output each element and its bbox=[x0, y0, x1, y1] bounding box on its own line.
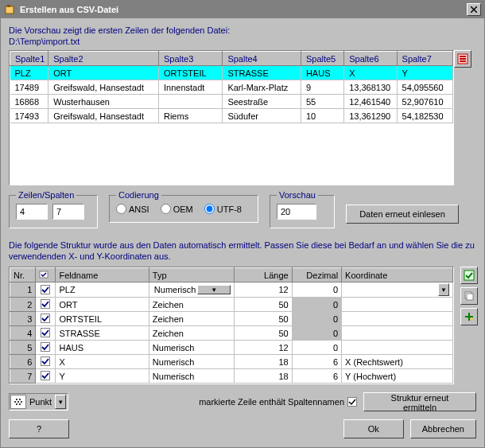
preview-col-header[interactable]: Spalte2 bbox=[48, 52, 159, 66]
struct-field-cell[interactable]: ORT bbox=[56, 298, 149, 312]
struct-len-cell[interactable]: 12 bbox=[235, 282, 292, 298]
struct-col-type[interactable]: Typ bbox=[149, 268, 234, 282]
reload-button[interactable]: Daten erneut einlesen bbox=[346, 205, 459, 224]
preview-cell[interactable]: 17493 bbox=[10, 109, 48, 123]
copy-row-button[interactable] bbox=[460, 287, 478, 305]
struct-col-len[interactable]: Länge bbox=[235, 268, 292, 282]
struct-len-cell[interactable]: 50 bbox=[235, 312, 292, 326]
struct-type-cell[interactable]: Numerisch▼ bbox=[149, 282, 234, 298]
struct-row-nr[interactable]: 7 bbox=[10, 369, 36, 384]
struct-type-cell[interactable]: Zeichen bbox=[149, 312, 234, 326]
preview-count-input[interactable] bbox=[277, 204, 316, 220]
struct-coord-cell[interactable] bbox=[342, 341, 453, 355]
preview-cell[interactable] bbox=[158, 95, 222, 109]
struct-type-cell[interactable]: Zeichen bbox=[149, 326, 234, 341]
preview-cell[interactable]: 12,461540 bbox=[344, 95, 397, 109]
preview-header-cell[interactable]: ORT bbox=[48, 66, 159, 80]
struct-dec-cell[interactable]: 0 bbox=[292, 326, 341, 341]
preview-config-button[interactable] bbox=[454, 50, 471, 68]
struct-field-cell[interactable]: X bbox=[56, 355, 149, 369]
preview-col-header[interactable]: Spalte4 bbox=[223, 52, 301, 66]
struct-use-cell[interactable] bbox=[36, 312, 56, 326]
preview-cell[interactable]: Riems bbox=[158, 109, 222, 123]
struct-coord-cell[interactable]: Y (Hochwert) bbox=[342, 369, 453, 384]
struct-dec-cell[interactable]: 0 bbox=[292, 298, 341, 312]
preview-cell[interactable]: 10 bbox=[301, 109, 343, 123]
preview-header-cell[interactable]: STRASSE bbox=[223, 66, 301, 80]
struct-use-cell[interactable] bbox=[36, 369, 56, 384]
ok-button[interactable]: Ok bbox=[343, 419, 404, 438]
struct-use-cell[interactable] bbox=[36, 282, 56, 298]
struct-col-field[interactable]: Feldname bbox=[56, 268, 149, 282]
use-checkbox[interactable] bbox=[41, 299, 50, 309]
use-checkbox[interactable] bbox=[41, 328, 50, 337]
point-style-combo[interactable]: Punkt ▼ bbox=[9, 393, 68, 411]
help-button[interactable]: ? bbox=[9, 419, 69, 438]
use-checkbox[interactable] bbox=[41, 285, 50, 294]
type-combo[interactable]: Numerisch▼ bbox=[153, 285, 231, 294]
encoding-utf8[interactable]: UTF-8 bbox=[204, 204, 242, 214]
preview-cell[interactable]: 13,368130 bbox=[344, 80, 397, 95]
struct-type-cell[interactable]: Numerisch bbox=[149, 369, 234, 384]
preview-cell[interactable]: Greifswald, Hansestadt bbox=[48, 80, 159, 95]
use-checkbox[interactable] bbox=[41, 371, 50, 380]
struct-use-cell[interactable] bbox=[36, 298, 56, 312]
preview-cell[interactable]: Südufer bbox=[223, 109, 301, 123]
preview-header-cell[interactable]: X bbox=[344, 66, 397, 80]
struct-row-nr[interactable]: 6 bbox=[10, 355, 36, 369]
struct-row-nr[interactable]: 2 bbox=[10, 298, 36, 312]
apply-row-button[interactable] bbox=[460, 267, 478, 284]
struct-row-nr[interactable]: 4 bbox=[10, 326, 36, 341]
add-row-button[interactable] bbox=[460, 308, 478, 325]
close-button[interactable] bbox=[467, 3, 481, 16]
struct-len-cell[interactable]: 18 bbox=[235, 355, 292, 369]
struct-row-nr[interactable]: 5 bbox=[10, 341, 36, 355]
struct-coord-cell[interactable] bbox=[342, 298, 453, 312]
preview-cell[interactable]: Karl-Marx-Platz bbox=[223, 80, 301, 95]
cols-input[interactable] bbox=[52, 204, 84, 220]
preview-col-header[interactable]: Spalte1 bbox=[10, 52, 48, 66]
preview-col-header[interactable]: Spalte7 bbox=[397, 52, 452, 66]
preview-cell[interactable]: 13,361290 bbox=[344, 109, 397, 123]
structure-grid[interactable]: Nr.FeldnameTypLängeDezimalKoordinate1PLZ… bbox=[9, 267, 454, 384]
cancel-button[interactable]: Abbrechen bbox=[410, 419, 476, 438]
struct-use-cell[interactable] bbox=[36, 326, 56, 341]
preview-cell[interactable]: 52,907610 bbox=[397, 95, 452, 109]
struct-row-nr[interactable]: 3 bbox=[10, 312, 36, 326]
struct-field-cell[interactable]: STRASSE bbox=[56, 326, 149, 341]
struct-dec-cell[interactable]: 0 bbox=[292, 282, 341, 298]
preview-col-header[interactable]: Spalte5 bbox=[301, 52, 343, 66]
struct-len-cell[interactable]: 18 bbox=[235, 369, 292, 384]
struct-col-use[interactable] bbox=[36, 268, 56, 282]
preview-header-cell[interactable]: ORTSTEIL bbox=[158, 66, 222, 80]
struct-dec-cell[interactable]: 6 bbox=[292, 369, 341, 384]
struct-coord-cell[interactable] bbox=[342, 312, 453, 326]
struct-type-cell[interactable]: Numerisch bbox=[149, 355, 234, 369]
preview-cell[interactable]: 54,182530 bbox=[397, 109, 452, 123]
rows-input[interactable] bbox=[16, 204, 48, 220]
preview-grid[interactable]: Spalte1Spalte2Spalte3Spalte4Spalte5Spalt… bbox=[9, 50, 454, 185]
struct-dec-cell[interactable]: 0 bbox=[292, 341, 341, 355]
struct-field-cell[interactable]: ORTSTEIL bbox=[56, 312, 149, 326]
struct-len-cell[interactable]: 50 bbox=[235, 326, 292, 341]
coord-combo[interactable]: ▼ bbox=[345, 283, 449, 296]
struct-coord-cell[interactable] bbox=[342, 326, 453, 341]
struct-type-cell[interactable]: Numerisch bbox=[149, 341, 234, 355]
struct-col-nr[interactable]: Nr. bbox=[10, 268, 36, 282]
preview-header-cell[interactable]: Y bbox=[397, 66, 452, 80]
encoding-ansi[interactable]: ANSI bbox=[116, 204, 149, 214]
struct-field-cell[interactable]: HAUS bbox=[56, 341, 149, 355]
detect-structure-button[interactable]: Struktur erneut ermitteln bbox=[363, 392, 476, 411]
preview-cell[interactable]: 17489 bbox=[10, 80, 48, 95]
header-row-checkbox[interactable] bbox=[347, 397, 357, 407]
struct-dec-cell[interactable]: 6 bbox=[292, 355, 341, 369]
use-checkbox[interactable] bbox=[41, 314, 50, 323]
struct-use-cell[interactable] bbox=[36, 355, 56, 369]
preview-col-header[interactable]: Spalte3 bbox=[158, 52, 222, 66]
preview-cell[interactable]: 16868 bbox=[10, 95, 48, 109]
preview-cell[interactable]: Wusterhausen bbox=[48, 95, 159, 109]
use-checkbox[interactable] bbox=[41, 356, 50, 366]
struct-col-coord[interactable]: Koordinate bbox=[342, 268, 453, 282]
struct-col-dec[interactable]: Dezimal bbox=[292, 268, 341, 282]
preview-header-cell[interactable]: HAUS bbox=[301, 66, 343, 80]
